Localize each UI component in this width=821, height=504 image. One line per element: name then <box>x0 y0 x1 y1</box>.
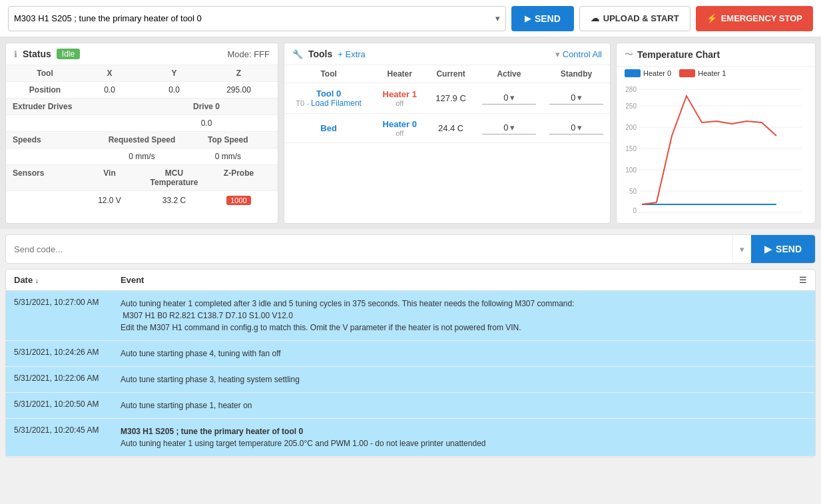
send-code-input[interactable] <box>6 244 732 254</box>
tools-panel: 🔧 Tools + Extra ▾ Control All Tool Heate… <box>284 43 611 224</box>
z-label: Z <box>206 69 271 78</box>
chart-header: 〜 Temperature Chart <box>617 43 815 67</box>
load-filament-link[interactable]: Load Filament <box>311 99 362 108</box>
upload-start-button[interactable]: ☁ UPLOAD & START <box>579 6 690 31</box>
bed-link[interactable]: Bed <box>320 123 337 133</box>
z-probe-val: 1000 <box>226 196 250 205</box>
lightning-icon: ⚡ <box>706 13 717 23</box>
command-dropdown-arrow[interactable]: ▾ <box>495 13 500 23</box>
col-active-header: Active <box>475 65 543 83</box>
event-log: Date ↓ Event ☰ 5/31/2021, 10:27:00 AM Au… <box>5 269 816 457</box>
standby-bed-select[interactable]: 0▾ <box>549 123 603 134</box>
event-log-menu[interactable]: ☰ <box>799 275 807 285</box>
chart-icon: 〜 <box>625 49 633 61</box>
legend-color-heater1 <box>679 69 695 77</box>
status-title: Status <box>23 49 51 59</box>
svg-text:280: 280 <box>625 86 637 93</box>
command-input-wrap: ▾ <box>8 6 506 31</box>
active-bed-select[interactable]: 0▾ <box>482 123 536 134</box>
sort-icon: ↓ <box>35 276 39 284</box>
event-date: 5/31/2021, 10:20:45 AM <box>14 425 121 435</box>
heater1-label: Heater 1 <box>380 89 419 99</box>
col-heater-header: Heater <box>373 65 426 83</box>
heater0-label: Heater 0 <box>380 119 419 129</box>
mcu-temp-val: 33.2 C <box>142 196 206 205</box>
event-date: 5/31/2021, 10:24:26 AM <box>14 348 121 357</box>
command-input[interactable] <box>14 13 495 23</box>
tool0-link[interactable]: Tool 0 <box>316 89 341 99</box>
play-icon-bar: ▶ <box>764 244 772 254</box>
tools-table: Tool Heater Current Active Standby Tool … <box>284 65 610 143</box>
svg-text:150: 150 <box>625 145 637 152</box>
upload-icon: ☁ <box>591 13 599 23</box>
status-panel: ℹ Status Idle Mode: FFF Tool X Y Z Posit… <box>5 43 278 224</box>
event-log-row: 5/31/2021, 10:20:45 AM M303 H1 S205 ; tu… <box>6 419 815 457</box>
position-label: Position <box>13 85 77 95</box>
status-header: ℹ Status Idle Mode: FFF <box>6 43 278 65</box>
legend-label-heater1: Heater 1 <box>698 69 726 77</box>
temperature-chart-svg: 280 250 200 150 100 50 0 <box>622 83 803 216</box>
top-bar: ▾ ▶ SEND ☁ UPLOAD & START ⚡ EMERGENCY ST… <box>0 0 821 37</box>
table-row: Tool 0 T0 - Load Filament Heater 1 off 1… <box>284 83 610 114</box>
legend-label-heater0: Heater 0 <box>643 69 671 77</box>
top-speed-label: Top Speed <box>185 135 271 144</box>
control-all-link[interactable]: Control All <box>563 49 602 59</box>
requested-speed-val: 0 mm/s <box>99 152 184 161</box>
send-top-button[interactable]: ▶ SEND <box>511 6 574 31</box>
active0-select[interactable]: 0▾ <box>482 93 536 105</box>
extruder-label: Extruder Drives <box>13 102 142 111</box>
chart-panel: 〜 Temperature Chart Heater 0 Heater 1 28… <box>616 43 816 224</box>
mcu-temp-label: MCU Temperature <box>142 168 206 187</box>
svg-text:250: 250 <box>625 103 637 110</box>
vin-label: Vin <box>77 168 142 187</box>
send-bar-button[interactable]: ▶ SEND <box>751 235 815 263</box>
col-date-header[interactable]: Date ↓ <box>14 275 121 285</box>
x-label: X <box>77 69 142 78</box>
col-standby-header: Standby <box>543 65 610 83</box>
chart-legend: Heater 0 Heater 1 <box>617 67 815 80</box>
event-date: 5/31/2021, 10:22:06 AM <box>14 374 121 383</box>
event-log-row: 5/31/2021, 10:20:50 AM Auto tune startin… <box>6 393 815 419</box>
svg-text:50: 50 <box>629 188 637 195</box>
event-log-header: Date ↓ Event ☰ <box>6 270 815 291</box>
speeds-label: Speeds <box>13 135 99 144</box>
emergency-stop-button[interactable]: ⚡ EMERGENCY STOP <box>696 6 813 31</box>
heater1-line <box>642 96 776 204</box>
col-tool-header: Tool <box>284 65 373 83</box>
standby0-select[interactable]: 0▾ <box>549 93 603 105</box>
y-val: 0.0 <box>142 85 206 95</box>
control-all-arrow: ▾ <box>555 49 560 59</box>
event-text: Auto tune starting phase 3, heating syst… <box>121 374 807 385</box>
event-date: 5/31/2021, 10:27:00 AM <box>14 298 121 307</box>
event-text: Auto tune starting phase 4, tuning with … <box>121 348 807 360</box>
table-row: Bed Heater 0 off 24.4 C 0▾ 0▾ <box>284 114 610 143</box>
tools-title: Tools <box>308 49 332 59</box>
y-axis: 280 250 200 150 100 50 0 <box>625 86 802 214</box>
send-code-bar: ▾ ▶ SEND <box>5 234 816 264</box>
event-text: Auto tune starting phase 1, heater on <box>121 399 807 411</box>
drive-val: 0.0 <box>142 119 271 128</box>
extra-link[interactable]: + Extra <box>338 49 366 59</box>
main-row: ℹ Status Idle Mode: FFF Tool X Y Z Posit… <box>0 37 821 229</box>
play-icon: ▶ <box>525 14 531 23</box>
tool-label: Tool <box>13 69 77 78</box>
legend-heater1: Heater 1 <box>679 69 726 77</box>
top-speed-val: 0 mm/s <box>185 152 271 161</box>
wrench-icon: 🔧 <box>292 49 303 59</box>
event-text: M303 H1 S205 ; tune the primary heater o… <box>121 425 807 449</box>
event-log-row: 5/31/2021, 10:24:26 AM Auto tune startin… <box>6 341 815 367</box>
event-text: Auto tuning heater 1 completed after 3 i… <box>121 298 807 334</box>
requested-speed-label: Requested Speed <box>99 135 184 144</box>
mode-text: Mode: FFF <box>227 49 270 59</box>
svg-text:0: 0 <box>633 207 637 214</box>
chart-svg-wrap: 280 250 200 150 100 50 0 <box>617 80 815 223</box>
sensors-label: Sensors <box>13 168 77 187</box>
y-label: Y <box>142 69 206 78</box>
send-code-dropdown[interactable]: ▾ <box>732 235 751 263</box>
z-probe-label: Z-Probe <box>206 168 271 187</box>
heater1-sub: off <box>380 99 419 107</box>
vin-val: 12.0 V <box>77 196 142 205</box>
legend-heater0: Heater 0 <box>625 69 671 77</box>
x-val: 0.0 <box>77 85 142 95</box>
event-date: 5/31/2021, 10:20:50 AM <box>14 399 121 409</box>
